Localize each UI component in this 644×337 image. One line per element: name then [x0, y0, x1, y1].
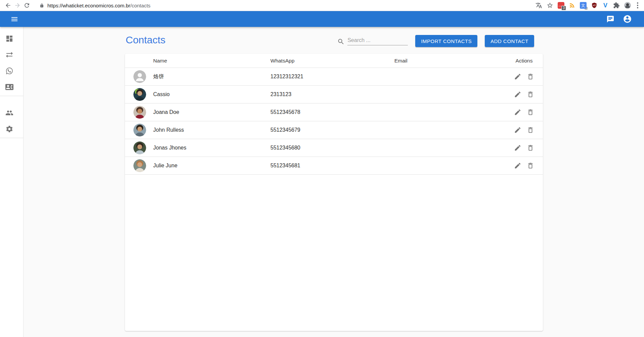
pencil-icon: [514, 162, 521, 169]
contact-name: Cassio: [153, 91, 270, 97]
pencil-icon: [514, 109, 521, 116]
contact-avatar: [133, 124, 146, 136]
sidebar-item-users[interactable]: [0, 106, 23, 122]
delete-contact-button[interactable]: [526, 126, 534, 134]
search-input[interactable]: [347, 36, 408, 45]
edit-contact-button[interactable]: [514, 73, 522, 81]
browser-profile-avatar[interactable]: [624, 1, 632, 9]
trash-icon: [527, 126, 534, 134]
sidebar-item-contacts[interactable]: [0, 80, 23, 96]
sidebar: [0, 27, 24, 337]
red-extension-icon[interactable]: .... 3: [557, 1, 565, 9]
delete-contact-button[interactable]: [526, 162, 534, 170]
sidebar-item-dashboard[interactable]: [0, 31, 23, 47]
column-header-email: Email: [394, 58, 505, 64]
contacts-table: Name WhatsApp Email Actions: [125, 54, 543, 331]
sidebar-item-tickets[interactable]: [0, 64, 23, 80]
edit-contact-button[interactable]: [514, 144, 522, 152]
hamburger-menu-icon[interactable]: [8, 12, 21, 26]
contact-whatsapp: 5512345679: [270, 127, 394, 133]
column-header-whatsapp: WhatsApp: [270, 58, 394, 64]
search-field: [337, 36, 408, 46]
edit-contact-button[interactable]: [514, 90, 522, 98]
table-header-row: Name WhatsApp Email Actions: [125, 54, 543, 68]
sidebar-item-settings[interactable]: [0, 122, 23, 138]
contact-name: Joana Doe: [153, 109, 270, 115]
add-contact-button[interactable]: ADD CONTACT: [485, 35, 534, 47]
vimium-icon[interactable]: V: [601, 1, 609, 9]
import-contacts-button[interactable]: IMPORT CONTACTS: [415, 35, 477, 47]
translate-page-icon[interactable]: [535, 1, 543, 9]
extension-strip: .... 3 文 uO V: [535, 1, 641, 9]
pencil-icon: [514, 91, 521, 98]
sidebar-divider: [0, 138, 23, 138]
back-icon[interactable]: [3, 1, 13, 10]
trash-icon: [527, 162, 534, 169]
chat-icon[interactable]: [604, 12, 617, 26]
main-content: Contacts IMPORT CONTACTS ADD CONTACT Nam…: [24, 27, 644, 337]
contact-whatsapp: 5512345680: [270, 145, 394, 151]
bookmark-star-icon[interactable]: [546, 1, 554, 9]
sidebar-item-connections[interactable]: [0, 47, 23, 64]
pencil-icon: [514, 144, 521, 152]
puzzle-extensions-icon[interactable]: [612, 1, 620, 9]
contact-whatsapp: 12312312321: [270, 74, 394, 80]
delete-contact-button[interactable]: [526, 108, 534, 116]
application-window: https://whaticket.economicros.com.br/con…: [0, 0, 644, 337]
trash-icon: [527, 91, 534, 98]
forward-icon[interactable]: [13, 1, 22, 10]
table-row: Joana Doe 5512345678: [125, 103, 543, 121]
delete-contact-button[interactable]: [526, 73, 534, 81]
contact-avatar: [133, 70, 146, 83]
contact-name: John Rulless: [153, 127, 270, 133]
contact-name: Julie June: [153, 163, 270, 169]
browser-menu-kebab-icon[interactable]: [635, 1, 641, 9]
search-icon: [337, 38, 345, 45]
contact-avatar: [133, 141, 146, 154]
dashboard-icon: [5, 35, 13, 44]
account-circle-icon[interactable]: [620, 12, 634, 26]
svg-text:uO: uO: [593, 4, 596, 6]
table-row: Julie June 5512345681: [125, 157, 543, 175]
contact-avatar: [133, 106, 146, 119]
table-row: 烙饼 12312312321: [125, 68, 543, 86]
people-icon: [5, 109, 13, 118]
column-header-actions: Actions: [505, 58, 543, 64]
pencil-icon: [514, 126, 521, 134]
address-bar[interactable]: https://whaticket.economicros.com.br/con…: [36, 1, 531, 10]
contact-whatsapp: 5512345678: [270, 109, 394, 115]
contact-phone-icon: [5, 83, 13, 92]
settings-icon: [5, 125, 13, 134]
whatsapp-icon: [5, 67, 13, 76]
table-row: John Rulless 5512345679: [125, 121, 543, 139]
contact-avatar: [133, 88, 146, 101]
extension-badge: 3: [561, 6, 566, 10]
contact-name: Jonas Jhones: [153, 145, 270, 151]
edit-contact-button[interactable]: [514, 126, 522, 134]
pencil-icon: [514, 73, 521, 80]
contact-whatsapp: 2313123: [270, 91, 394, 97]
browser-toolbar: https://whaticket.economicros.com.br/con…: [0, 0, 644, 11]
app-bar: [0, 11, 644, 27]
edit-contact-button[interactable]: [514, 108, 522, 116]
rss-feed-icon[interactable]: [568, 1, 576, 9]
page-title: Contacts: [126, 34, 165, 46]
sync-alt-icon: [5, 51, 13, 60]
url-text: https://whaticket.economicros.com.br/con…: [47, 3, 151, 8]
delete-contact-button[interactable]: [526, 144, 534, 152]
translate-extension-icon[interactable]: 文: [579, 1, 587, 9]
delete-contact-button[interactable]: [526, 90, 534, 98]
trash-icon: [527, 73, 534, 80]
contact-whatsapp: 5512345681: [270, 163, 394, 169]
trash-icon: [527, 144, 534, 152]
trash-icon: [527, 109, 534, 116]
table-row: Jonas Jhones 5512345680: [125, 139, 543, 157]
reload-icon[interactable]: [22, 1, 32, 10]
ublock-icon[interactable]: uO: [590, 1, 598, 9]
contact-avatar: [133, 159, 146, 172]
lock-icon: [40, 3, 44, 8]
table-row: Cassio 2313123: [125, 86, 543, 103]
contact-name: 烙饼: [153, 73, 270, 80]
edit-contact-button[interactable]: [514, 162, 522, 170]
column-header-name: Name: [153, 58, 270, 64]
